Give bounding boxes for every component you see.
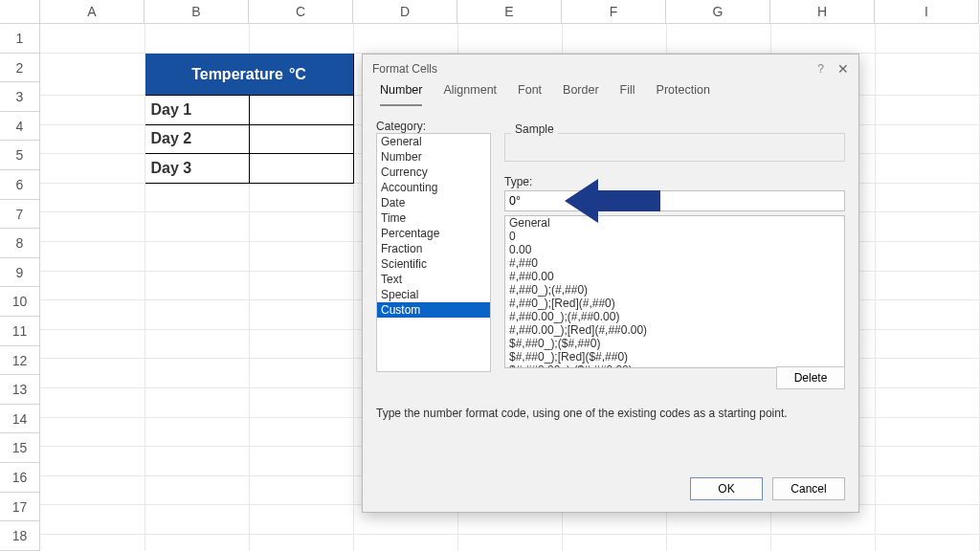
column-header[interactable]: I bbox=[875, 0, 979, 24]
type-label: Type: bbox=[504, 175, 845, 188]
close-icon[interactable]: ✕ bbox=[837, 61, 849, 77]
row-header[interactable]: 11 bbox=[0, 317, 40, 346]
cancel-button[interactable]: Cancel bbox=[772, 477, 845, 500]
row-header[interactable]: 3 bbox=[0, 82, 40, 112]
delete-button[interactable]: Delete bbox=[776, 366, 845, 389]
category-item[interactable]: Special bbox=[377, 287, 490, 302]
row-headers: 123456789101112131415161718 bbox=[0, 24, 40, 551]
column-header[interactable]: H bbox=[770, 0, 875, 24]
dialog-tabs: NumberAlignmentFontBorderFillProtection bbox=[363, 83, 858, 106]
column-header[interactable]: A bbox=[40, 0, 145, 24]
row-header[interactable]: 12 bbox=[0, 346, 40, 376]
category-item[interactable]: Accounting bbox=[377, 180, 490, 195]
row-header[interactable]: 13 bbox=[0, 375, 40, 405]
tab-protection[interactable]: Protection bbox=[657, 83, 710, 106]
format-item[interactable]: $#,##0_);[Red]($#,##0) bbox=[505, 350, 844, 364]
format-item[interactable]: #,##0.00_);(#,##0.00) bbox=[505, 310, 844, 323]
category-item[interactable]: Percentage bbox=[377, 226, 490, 241]
format-item[interactable]: #,##0 bbox=[505, 256, 844, 270]
tab-border[interactable]: Border bbox=[563, 83, 599, 106]
category-item[interactable]: General bbox=[377, 134, 490, 149]
category-item[interactable]: Custom bbox=[377, 302, 490, 318]
tab-fill[interactable]: Fill bbox=[620, 83, 635, 106]
format-item[interactable]: #,##0_);(#,##0) bbox=[505, 283, 844, 297]
format-item[interactable]: 0 bbox=[505, 230, 844, 243]
format-cells-dialog: Format Cells ? ✕ NumberAlignmentFontBord… bbox=[362, 54, 859, 513]
table-row[interactable] bbox=[249, 124, 353, 154]
row-header[interactable]: 16 bbox=[0, 463, 40, 493]
tab-alignment[interactable]: Alignment bbox=[443, 83, 497, 106]
row-header[interactable]: 10 bbox=[0, 287, 40, 317]
table-row[interactable] bbox=[249, 96, 353, 125]
category-item[interactable]: Number bbox=[377, 149, 490, 165]
row-header[interactable]: 18 bbox=[0, 521, 40, 551]
row-header[interactable]: 9 bbox=[0, 258, 40, 288]
format-item[interactable]: #,##0.00_);[Red](#,##0.00) bbox=[505, 323, 844, 337]
row-header[interactable]: 1 bbox=[0, 24, 40, 54]
column-header[interactable]: D bbox=[353, 0, 457, 24]
category-list[interactable]: GeneralNumberCurrencyAccountingDateTimeP… bbox=[376, 133, 491, 372]
format-item[interactable]: #,##0_);[Red](#,##0) bbox=[505, 297, 844, 310]
format-item[interactable]: 0.00 bbox=[505, 243, 844, 256]
category-item[interactable]: Date bbox=[377, 195, 490, 210]
ok-button[interactable]: OK bbox=[690, 477, 763, 500]
category-item[interactable]: Scientific bbox=[377, 256, 490, 272]
tab-number[interactable]: Number bbox=[380, 83, 422, 106]
table-row[interactable]: Day 1 bbox=[145, 96, 249, 125]
category-item[interactable]: Text bbox=[377, 272, 490, 287]
table-row[interactable] bbox=[249, 154, 353, 184]
format-item[interactable]: #,##0.00 bbox=[505, 270, 844, 283]
category-item[interactable]: Currency bbox=[377, 165, 490, 180]
row-header[interactable]: 2 bbox=[0, 54, 40, 83]
row-header[interactable]: 7 bbox=[0, 200, 40, 230]
dialog-titlebar[interactable]: Format Cells ? ✕ bbox=[363, 55, 858, 83]
column-header[interactable]: B bbox=[145, 0, 249, 24]
tab-font[interactable]: Font bbox=[518, 83, 542, 106]
header-left: Temperature bbox=[191, 66, 283, 83]
row-header[interactable]: 17 bbox=[0, 493, 40, 522]
row-header[interactable]: 8 bbox=[0, 229, 40, 258]
category-label: Category: bbox=[376, 120, 426, 133]
category-item[interactable]: Fraction bbox=[377, 241, 490, 256]
sample-box: Sample bbox=[504, 133, 845, 162]
format-list[interactable]: General00.00#,##0#,##0.00#,##0_);(#,##0)… bbox=[504, 215, 845, 368]
column-header[interactable]: G bbox=[666, 0, 770, 24]
help-icon[interactable]: ? bbox=[817, 62, 824, 76]
column-header[interactable]: C bbox=[249, 0, 353, 24]
table-row[interactable]: Day 2 bbox=[145, 124, 249, 154]
row-header[interactable]: 6 bbox=[0, 170, 40, 200]
table-row[interactable]: Day 3 bbox=[145, 154, 249, 184]
category-item[interactable]: Time bbox=[377, 210, 490, 226]
header-right: °C bbox=[289, 66, 306, 83]
column-header[interactable]: E bbox=[457, 0, 562, 24]
table-header[interactable]: Temperature °C bbox=[145, 54, 353, 96]
format-item[interactable]: $#,##0_);($#,##0) bbox=[505, 337, 844, 350]
dialog-title: Format Cells bbox=[372, 62, 437, 76]
select-all-corner[interactable] bbox=[0, 0, 40, 24]
row-header[interactable]: 4 bbox=[0, 112, 40, 142]
sample-label: Sample bbox=[511, 122, 558, 136]
format-item[interactable]: General bbox=[505, 216, 844, 230]
column-headers: ABCDEFGHI bbox=[0, 0, 979, 24]
type-input[interactable] bbox=[504, 190, 845, 211]
row-header[interactable]: 15 bbox=[0, 433, 40, 463]
hint-text: Type the number format code, using one o… bbox=[376, 407, 788, 420]
column-header[interactable]: F bbox=[562, 0, 666, 24]
row-header[interactable]: 14 bbox=[0, 405, 40, 434]
row-header[interactable]: 5 bbox=[0, 141, 40, 170]
